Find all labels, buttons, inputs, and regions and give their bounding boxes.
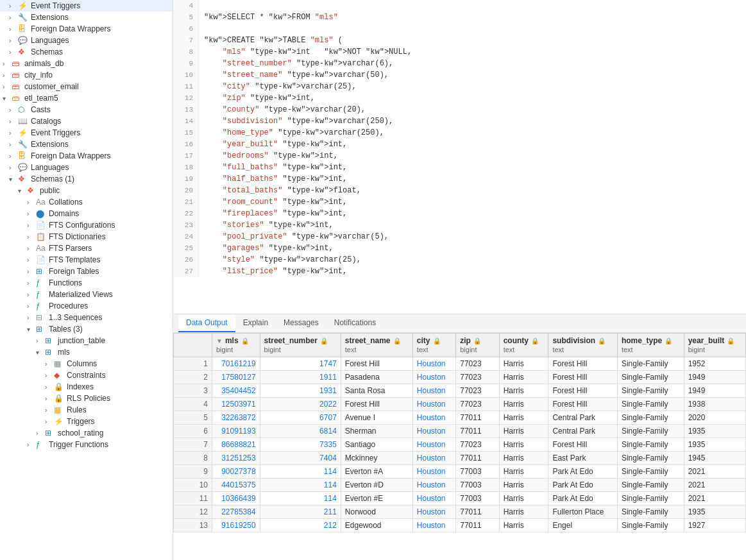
tab-explain[interactable]: Explain: [235, 314, 276, 332]
col-header-year_built[interactable]: year_built🔒bigint: [684, 334, 745, 357]
table-row[interactable]: 2175801271911PasadenaHouston77023HarrisF…: [174, 371, 746, 384]
col-header-subdivision[interactable]: subdivision🔒text: [548, 334, 617, 357]
table-row[interactable]: 990027378114Everton #AHouston77003Harris…: [174, 465, 746, 479]
col-header-zip[interactable]: zip🔒bigint: [456, 334, 499, 357]
sidebar-item-collations[interactable]: ›AaCollations: [0, 196, 173, 208]
sidebar-item-languages-2[interactable]: ›💬Languages: [0, 162, 173, 173]
tree-item-label: customer_email: [24, 82, 79, 91]
sidebar-item-city-info[interactable]: ›🗃city_info: [0, 69, 173, 81]
sidebar-item-foreign-tables[interactable]: ›⊞Foreign Tables: [0, 266, 173, 277]
table-row[interactable]: 8312512537404MckinneyHouston77011HarrisE…: [174, 452, 746, 465]
table-row[interactable]: 1701612191747Forest HillHouston77023Harr…: [174, 357, 746, 371]
sidebar-item-foreign-data-wrappers-2[interactable]: ›🗄Foreign Data Wrappers: [0, 150, 173, 162]
table-row[interactable]: 4125039712022Forest HillHouston77023Harr…: [174, 398, 746, 411]
cell-mls: 17580127: [212, 371, 260, 384]
tab-notifications[interactable]: Notifications: [326, 314, 384, 332]
cell-home-type: Single-Family: [617, 438, 684, 452]
line-number: 25: [173, 242, 199, 254]
tree-item-icon: 🔧: [18, 140, 28, 149]
sidebar-item-extensions-2[interactable]: ›🔧Extensions: [0, 139, 173, 150]
line-content: "subdivision" "type-kw">varchar(250),: [199, 115, 393, 127]
col-header-home_type[interactable]: home_type🔒text: [617, 334, 684, 357]
tab-messages[interactable]: Messages: [276, 314, 326, 332]
tree-item-label: Rules: [67, 405, 87, 414]
arrow-icon: ›: [27, 280, 36, 287]
sidebar-item-rls-policies[interactable]: ›🔒RLS Policies: [0, 393, 173, 404]
table-row[interactable]: 1044015375114Everton #DHouston77003Harri…: [174, 479, 746, 492]
sidebar-item-trigger-functions[interactable]: ›ƒTrigger Functions: [0, 439, 173, 450]
sidebar-item-schemas-2[interactable]: ▾❖Schemas (1): [0, 173, 173, 185]
sidebar-item-mls[interactable]: ▾⊞mls: [0, 346, 173, 358]
col-header-street_name[interactable]: street_name🔒text: [341, 334, 412, 357]
tree-item-label: Domains: [49, 209, 79, 218]
table-row[interactable]: 1391619250212EdgewoodHouston77011HarrisE…: [174, 519, 746, 532]
sidebar-item-columns[interactable]: ›▦Columns: [0, 358, 173, 369]
sidebar-item-animals-db[interactable]: ›🗃animals_db: [0, 58, 173, 69]
cell-street-number: 1931: [260, 384, 341, 398]
table-row[interactable]: 3354044521931Santa RosaHouston77023Harri…: [174, 384, 746, 398]
tree-item-icon: 💬: [18, 163, 28, 172]
table-row[interactable]: 1110366439114Everton #EHouston77003Harri…: [174, 492, 746, 505]
cell-subdivision: Park At Edo: [548, 479, 617, 492]
row-number: 10: [174, 479, 212, 492]
sidebar-item-indexes[interactable]: ›🔒Indexes: [0, 381, 173, 393]
sidebar-item-materialized-views[interactable]: ›ƒMaterialized Views: [0, 289, 173, 300]
sidebar-item-schemas-1[interactable]: ›❖Schemas: [0, 46, 173, 58]
col-type-label: text: [622, 346, 633, 353]
code-line: 20 "total_baths" "type-kw">float,: [173, 185, 746, 196]
sidebar-item-rules[interactable]: ›▦Rules: [0, 404, 173, 416]
col-header-mls[interactable]: ▼mls🔒bigint: [212, 334, 260, 357]
sidebar-item-event-triggers-2[interactable]: ›⚡Event Triggers: [0, 127, 173, 139]
data-output-panel[interactable]: ▼mls🔒bigintstreet_number🔒bigintstreet_na…: [173, 333, 746, 560]
table-row[interactable]: 7866888217335SantiagoHouston77023HarrisF…: [174, 438, 746, 452]
sidebar-item-casts[interactable]: ›⬡Casts: [0, 104, 173, 115]
sidebar-item-customer-email[interactable]: ›🗃customer_email: [0, 81, 173, 92]
col-header-county[interactable]: county🔒text: [499, 334, 548, 357]
cell-street-name: Santa Rosa: [341, 384, 412, 398]
tree-item-label: Event Triggers: [31, 1, 80, 10]
tree-item-icon: ⚡: [54, 417, 64, 426]
cell-street-number: 1911: [260, 371, 341, 384]
sidebar-item-tables[interactable]: ▾⊞Tables (3): [0, 323, 173, 335]
tree-item-label: Columns: [67, 359, 97, 368]
sidebar-item-etl-team5[interactable]: ▾🗃etl_team5: [0, 92, 173, 104]
main-content: 45"kw">SELECT * "kw">FROM "mls"67"kw">CR…: [173, 0, 746, 560]
line-content: "zip" "type-kw">int,: [199, 92, 315, 104]
line-content: "bedrooms" "type-kw">int,: [199, 150, 338, 162]
col-name-label: zip: [460, 336, 471, 345]
tab-data-output[interactable]: Data Output: [178, 314, 235, 332]
sidebar-item-catalogs[interactable]: ›📖Catalogs: [0, 115, 173, 127]
code-editor[interactable]: 45"kw">SELECT * "kw">FROM "mls"67"kw">CR…: [173, 0, 746, 314]
table-row[interactable]: 1222785384211NorwoodHouston77011HarrisFu…: [174, 505, 746, 519]
arrow-icon: ›: [9, 141, 18, 148]
row-number: 5: [174, 411, 212, 425]
sidebar-item-fts-configs[interactable]: ›📄FTS Configurations: [0, 219, 173, 231]
sidebar-item-event-triggers-1[interactable]: ›⚡Event Triggers: [0, 0, 173, 12]
sidebar-item-sequences[interactable]: ›⊟1..3 Sequences: [0, 312, 173, 323]
sidebar-item-domains[interactable]: ›⬤Domains: [0, 208, 173, 219]
tree-item-icon: ⊞: [45, 428, 55, 437]
cell-home-type: Single-Family: [617, 465, 684, 479]
table-row[interactable]: 5322638726707Avenue IHouston77011HarrisC…: [174, 411, 746, 425]
sidebar-item-triggers[interactable]: ›⚡Triggers: [0, 416, 173, 427]
sidebar-item-public[interactable]: ▾❖public: [0, 185, 173, 196]
sidebar-item-fts-templates[interactable]: ›📄FTS Templates: [0, 254, 173, 266]
sidebar-item-constraints[interactable]: ›◆Constraints: [0, 369, 173, 381]
line-number: 14: [173, 115, 199, 127]
sidebar-item-school-rating[interactable]: ›⊞school_rating: [0, 427, 173, 439]
tree-item-label: Tables (3): [49, 325, 83, 334]
sidebar-item-fts-parsers[interactable]: ›AaFTS Parsers: [0, 242, 173, 254]
sidebar-item-foreign-data-wrappers-1[interactable]: ›🗄Foreign Data Wrappers: [0, 23, 173, 35]
col-header-city[interactable]: city🔒text: [412, 334, 455, 357]
sidebar-item-procedures[interactable]: ›ƒProcedures: [0, 300, 173, 312]
sidebar-item-fts-dicts[interactable]: ›📋FTS Dictionaries: [0, 231, 173, 242]
lock-icon: 🔒: [320, 337, 328, 344]
col-header-street_number[interactable]: street_number🔒bigint: [260, 334, 341, 357]
line-number: 23: [173, 219, 199, 231]
sidebar-item-languages-1[interactable]: ›💬Languages: [0, 35, 173, 46]
sidebar-item-extensions-1[interactable]: ›🔧Extensions: [0, 12, 173, 23]
sidebar-item-functions[interactable]: ›ƒFunctions: [0, 277, 173, 289]
sidebar-item-junction-table[interactable]: ›⊞junction_table: [0, 335, 173, 346]
table-row[interactable]: 6910911936814ShermanHouston77011HarrisCe…: [174, 425, 746, 438]
cell-mls: 10366439: [212, 492, 260, 505]
